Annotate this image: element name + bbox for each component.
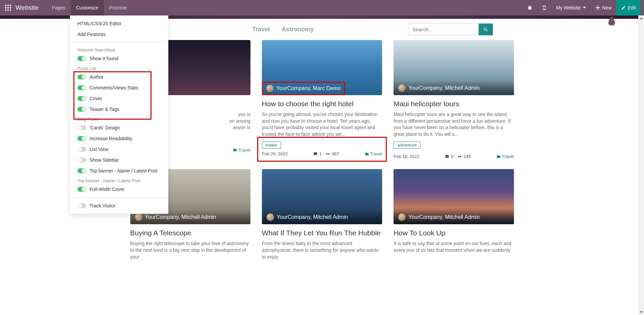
toggle-icon bbox=[77, 136, 86, 141]
toggle-icon bbox=[77, 107, 86, 112]
toggle-icon bbox=[77, 96, 86, 101]
binoculars-icon bbox=[326, 152, 330, 156]
avatar bbox=[267, 213, 274, 221]
toggle-cards-design[interactable]: 'Cards' Design bbox=[70, 122, 168, 133]
scrollbar[interactable] bbox=[638, 15, 644, 274]
card-title: How to choose the right hotel bbox=[262, 100, 382, 108]
highlight-author-box: YourCompany, Marc Demo bbox=[262, 82, 345, 95]
svg-rect-0 bbox=[5, 5, 6, 6]
top-nav: Website Pages Customize Promote My Websi… bbox=[0, 0, 644, 15]
card-cover: YourCompany, Mitchell Admin bbox=[394, 40, 514, 95]
card-excerpt: Maui helicopter tours are a great way to… bbox=[394, 111, 514, 137]
card-excerpt: From the tiniest baby to the most advanc… bbox=[262, 240, 382, 260]
tab-travel[interactable]: Travel bbox=[252, 26, 270, 33]
edit-button[interactable]: Edit bbox=[616, 0, 641, 15]
brand[interactable]: Website bbox=[15, 4, 38, 11]
my-website-label: My Website bbox=[556, 5, 581, 10]
card-author: YourCompany, Marc Demo bbox=[276, 85, 341, 91]
mobile-icon[interactable] bbox=[537, 0, 551, 15]
toggle-cover[interactable]: Cover bbox=[70, 93, 168, 104]
card-cover: YourCompany, Mitchell Admin bbox=[394, 169, 514, 224]
toggle-increase-readability[interactable]: Increase Readability bbox=[70, 133, 168, 144]
toggle-icon bbox=[77, 56, 86, 61]
card-category[interactable]: Travel bbox=[365, 151, 382, 156]
svg-rect-4 bbox=[7, 7, 9, 8]
svg-rect-5 bbox=[10, 7, 11, 8]
toggle-list-view[interactable]: List View bbox=[70, 144, 168, 155]
toggle-icon bbox=[77, 125, 86, 130]
my-website-dropdown[interactable]: My Website bbox=[551, 0, 591, 15]
nav-pages[interactable]: Pages bbox=[46, 0, 71, 15]
menu-html-editor[interactable]: HTML/CSS/JS Editor bbox=[70, 18, 168, 29]
svg-rect-2 bbox=[10, 5, 11, 6]
card-author: YourCompany, Mitchell Admin bbox=[145, 214, 216, 220]
toggle-show-sidebar[interactable]: Show Sidebar bbox=[70, 155, 168, 165]
menu-add-features[interactable]: Add Features bbox=[70, 29, 168, 40]
search-button[interactable] bbox=[479, 24, 493, 35]
blog-card[interactable]: YourCompany, Mitchell Admin What If They… bbox=[262, 169, 382, 260]
svg-rect-8 bbox=[10, 9, 11, 11]
toggle-teaser-tags[interactable]: Teaser & Tags bbox=[70, 104, 168, 115]
main-content: . . yon ison amonganyon is . Travel Your… bbox=[124, 40, 521, 274]
toggle-icon bbox=[77, 187, 86, 192]
card-category[interactable]: Travel bbox=[497, 154, 514, 159]
card-author: YourCompany, Mitchell Admin bbox=[408, 214, 480, 220]
avatar bbox=[135, 213, 142, 221]
svg-rect-7 bbox=[7, 9, 9, 11]
avatar bbox=[398, 84, 406, 92]
card-comments: 0 bbox=[451, 154, 453, 159]
card-author: YourCompany, Mitchell Admin bbox=[408, 85, 480, 91]
card-views: 246 bbox=[464, 154, 471, 159]
toggle-show-found[interactable]: Show # found bbox=[70, 53, 168, 64]
toggle-full-width-cover[interactable]: Full-Width Cover bbox=[70, 184, 168, 195]
card-excerpt: Buying the right telescope to take your … bbox=[130, 240, 250, 260]
card-date: Feb 19, 2022 bbox=[394, 154, 419, 159]
avatar bbox=[266, 85, 274, 92]
toggle-icon bbox=[77, 75, 86, 79]
svg-rect-3 bbox=[5, 7, 6, 8]
blog-card[interactable]: YourCompany, Mitchell Admin Maui helicop… bbox=[394, 40, 514, 159]
card-category[interactable]: Travel bbox=[233, 148, 250, 153]
svg-rect-6 bbox=[5, 9, 6, 11]
card-excerpt: So you're going abroad, you've chosen yo… bbox=[262, 111, 382, 137]
nav-promote[interactable]: Promote bbox=[104, 0, 132, 15]
new-button[interactable]: New bbox=[591, 0, 616, 15]
bug-icon[interactable] bbox=[522, 0, 537, 15]
card-tag[interactable]: hotels bbox=[262, 142, 281, 149]
highlight-meta-box bbox=[257, 137, 387, 162]
section-blog-posts: Blog Posts bbox=[70, 115, 168, 122]
card-title: Buying A Telescope bbox=[130, 229, 250, 237]
binoculars-icon bbox=[457, 155, 462, 159]
customize-dropdown: HTML/CSS/JS Editor Add Features Website … bbox=[70, 15, 168, 214]
card-date: Feb 20, 2022 bbox=[262, 151, 288, 156]
nav-customize[interactable]: Customize bbox=[71, 0, 104, 15]
toggle-comments-stats[interactable]: Comments/Views Stats bbox=[70, 82, 168, 93]
card-views: 467 bbox=[332, 151, 339, 156]
search-input[interactable] bbox=[408, 24, 479, 35]
toggle-track-visitor[interactable]: Track Visitor bbox=[70, 200, 168, 211]
toggle-top-banner[interactable]: Top banner - Name / Latest Post bbox=[70, 165, 168, 176]
section-searchbox: Website Searchbox bbox=[70, 45, 168, 53]
new-label: New bbox=[602, 5, 612, 10]
toggle-icon bbox=[77, 158, 86, 162]
avatar bbox=[398, 213, 406, 221]
card-cover: YourCompany, Marc Demo bbox=[262, 40, 382, 95]
svg-rect-1 bbox=[7, 5, 9, 6]
section-posts-list: Posts List bbox=[70, 64, 168, 72]
comment-icon bbox=[313, 152, 317, 156]
toggle-icon bbox=[77, 168, 86, 173]
toggle-icon bbox=[77, 203, 86, 208]
card-excerpt: It is safe to say that at some point on … bbox=[394, 240, 514, 253]
blog-card[interactable]: YourCompany, Mitchell Admin How To Look … bbox=[394, 169, 514, 260]
apps-icon[interactable] bbox=[3, 3, 13, 12]
droplet-icon[interactable] bbox=[608, 16, 616, 27]
scroll-up-icon[interactable] bbox=[638, 15, 644, 21]
edit-label: Edit bbox=[628, 5, 636, 10]
toggle-author[interactable]: Author bbox=[70, 72, 168, 82]
blog-card[interactable]: YourCompany, Marc Demo How to choose the… bbox=[262, 40, 382, 159]
tab-astronomy[interactable]: Astronomy bbox=[282, 26, 314, 33]
toggle-icon bbox=[77, 85, 86, 90]
card-tag[interactable]: adventure bbox=[394, 142, 420, 149]
card-cover: YourCompany, Mitchell Admin bbox=[262, 169, 382, 224]
card-author: YourCompany, Mitchell Admin bbox=[277, 214, 348, 220]
